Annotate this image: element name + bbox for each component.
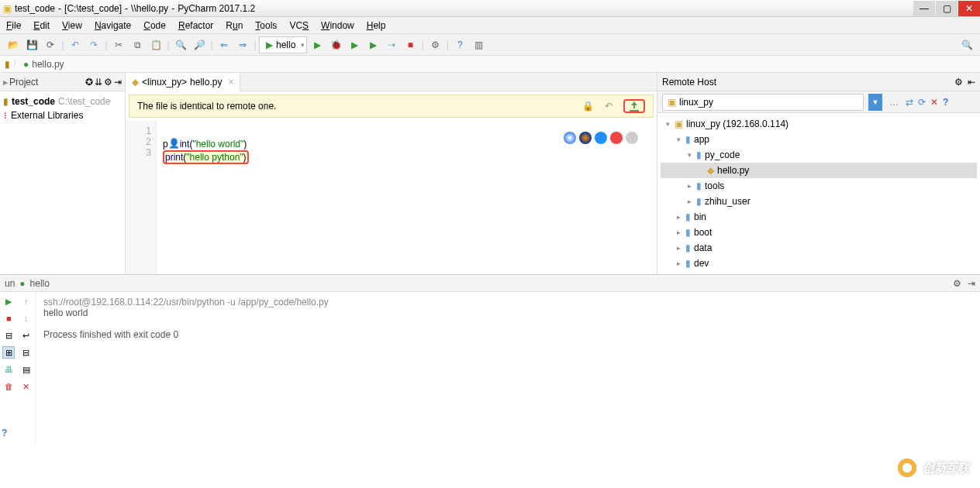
attach-icon[interactable]: ⇢ <box>383 36 400 53</box>
menu-navigate[interactable]: Navigate <box>88 20 137 31</box>
terminal-icon[interactable]: ▥ <box>470 36 487 53</box>
code-editor[interactable]: 123 p👤int("hello world") print("hello py… <box>126 121 657 274</box>
tree-zhihu[interactable]: ▸▮zhihu_user <box>661 194 977 209</box>
menu-vcs[interactable]: VCS <box>283 20 315 31</box>
up-icon[interactable]: ↑ <box>20 295 33 308</box>
remote-delete-icon[interactable]: ✕ <box>930 97 938 108</box>
main-toolbar: 📂 💾 ⟳ | ↶ ↷ | ✂ ⧉ 📋 | 🔍 🔎 | ⇐ ⇒ | ▶ hell… <box>0 34 980 56</box>
run-gear-icon[interactable]: ⚙ <box>953 278 961 289</box>
remote-dropdown-button[interactable]: ▼ <box>868 94 882 111</box>
stop-button[interactable]: ■ <box>402 36 419 53</box>
menu-tools[interactable]: Tools <box>249 20 283 31</box>
menu-run[interactable]: Run <box>219 20 249 31</box>
project-scope-icon[interactable]: ✪ <box>85 77 93 88</box>
open-icon[interactable]: 📂 <box>5 36 22 53</box>
remote-help-icon[interactable]: ? <box>943 97 948 108</box>
stop-run-icon[interactable]: ■ <box>2 312 15 325</box>
filter-icon[interactable]: ▤ <box>20 363 33 376</box>
tree-pycode[interactable]: ▾▮py_code <box>661 147 977 163</box>
clear-icon[interactable]: ✕ <box>20 380 33 393</box>
editor-tab[interactable]: ◆ <linux_py> hello.py × <box>126 73 240 91</box>
down-icon[interactable]: ↓ <box>20 312 33 325</box>
tree-hello[interactable]: ◆hello.py <box>661 163 977 178</box>
remote-title: Remote Host <box>662 77 954 88</box>
tree-tools[interactable]: ▸▮tools <box>661 178 977 194</box>
run-config-select[interactable]: ▶ hello <box>259 36 307 53</box>
chrome-icon[interactable] <box>564 132 576 144</box>
run-console[interactable]: ssh://root@192.168.0.114:22/usr/bin/pyth… <box>36 292 980 444</box>
copy-icon[interactable]: ⧉ <box>129 36 146 53</box>
soft-wrap-icon[interactable]: ⊟ <box>20 346 33 359</box>
back-icon[interactable]: ⇐ <box>216 36 233 53</box>
wrap-icon[interactable]: ↩ <box>20 329 33 342</box>
browser-preview-icons <box>564 132 638 144</box>
menu-window[interactable]: Window <box>315 20 361 31</box>
project-hide-icon[interactable]: ⇥ <box>114 77 122 88</box>
save-icon[interactable]: 💾 <box>23 36 40 53</box>
tree-bin[interactable]: ▸▮bin <box>661 209 977 225</box>
run-button[interactable]: ▶ <box>309 36 326 53</box>
safari-icon[interactable] <box>595 132 607 144</box>
remote-diff-icon[interactable]: ⇄ <box>906 97 913 108</box>
debug-button[interactable]: 🐞 <box>327 36 344 53</box>
tree-root[interactable]: ▾▣linux_py (192.168.0.114) <box>661 116 977 132</box>
close-tab-icon[interactable]: × <box>228 77 233 88</box>
remote-hide-icon[interactable]: ⇤ <box>968 77 975 88</box>
firefox-icon[interactable] <box>579 132 592 144</box>
project-collapse-icon[interactable]: ⇊ <box>95 77 102 88</box>
remote-host-select[interactable]: ▣ linux_py <box>662 94 864 111</box>
minimize-button[interactable]: — <box>913 1 935 16</box>
external-libraries[interactable]: ⫶ External Libraries <box>3 108 122 122</box>
menu-view[interactable]: View <box>56 20 88 31</box>
ie-icon[interactable] <box>626 132 638 144</box>
menu-help[interactable]: Help <box>361 20 392 31</box>
notice-text: The file is identical to remote one. <box>137 101 276 112</box>
cut-icon[interactable]: ✂ <box>110 36 127 53</box>
help-button[interactable]: ? <box>2 428 7 438</box>
menu-file[interactable]: File <box>0 20 27 31</box>
trash-icon[interactable]: 🗑 <box>2 380 15 393</box>
redo-icon[interactable]: ↷ <box>85 36 102 53</box>
run-tab-label[interactable]: hello <box>30 278 50 289</box>
print-icon[interactable]: 🖶 <box>2 363 15 376</box>
remote-host-panel: Remote Host ⚙ ⇤ ▣ linux_py ▼ … ⇄ ⟳ ✕ ? ▾… <box>657 73 980 274</box>
menu-code[interactable]: Code <box>137 20 172 31</box>
remote-more-button[interactable]: … <box>887 97 901 108</box>
scroll-icon[interactable]: ⊞ <box>2 346 15 359</box>
refresh-icon[interactable]: ⟳ <box>42 36 59 53</box>
structure-icon[interactable]: ⚙ <box>426 36 443 53</box>
tree-data[interactable]: ▸▮data <box>661 240 977 256</box>
project-toggle-icon[interactable]: ▸ <box>3 77 8 88</box>
revert-icon[interactable]: ↶ <box>605 101 612 112</box>
maximize-button[interactable]: ▢ <box>936 1 958 16</box>
tree-app[interactable]: ▾▮app <box>661 132 977 147</box>
coverage-icon[interactable]: ▶ <box>346 36 363 53</box>
remote-refresh-icon[interactable]: ⟳ <box>918 97 926 108</box>
help-icon[interactable]: ? <box>451 36 468 53</box>
forward-icon[interactable]: ⇒ <box>234 36 251 53</box>
paste-icon[interactable]: 📋 <box>147 36 164 53</box>
pin-icon[interactable]: ⊟ <box>2 329 15 342</box>
upload-button[interactable] <box>623 99 645 113</box>
menu-edit[interactable]: Edit <box>27 20 56 31</box>
search-everywhere-icon[interactable]: 🔍 <box>958 36 975 53</box>
tree-boot[interactable]: ▸▮boot <box>661 225 977 240</box>
lock-icon[interactable]: 🔒 <box>582 101 594 112</box>
profile-icon[interactable]: ▶ <box>364 36 381 53</box>
close-window-button[interactable]: ✕ <box>958 1 980 16</box>
run-hide-icon[interactable]: ⇥ <box>968 278 975 289</box>
find-icon[interactable]: 🔍 <box>172 36 189 53</box>
tree-dev[interactable]: ▸▮dev <box>661 256 977 271</box>
remote-gear-icon[interactable]: ⚙ <box>954 77 963 88</box>
replace-icon[interactable]: 🔎 <box>191 36 208 53</box>
undo-icon[interactable]: ↶ <box>67 36 84 53</box>
project-gear-icon[interactable]: ⚙ <box>104 77 112 88</box>
breadcrumb-file[interactable]: hello.py <box>32 59 64 70</box>
rerun-icon[interactable]: ▶ <box>2 295 15 308</box>
folder-icon: ▮ <box>696 196 702 207</box>
python-file-icon: ● <box>23 59 29 70</box>
console-command: ssh://root@192.168.0.114:22/usr/bin/pyth… <box>43 297 972 308</box>
project-root[interactable]: ▮ test_code C:\test_code <box>3 95 122 108</box>
menu-refactor[interactable]: Refactor <box>172 20 219 31</box>
opera-icon[interactable] <box>610 132 623 144</box>
